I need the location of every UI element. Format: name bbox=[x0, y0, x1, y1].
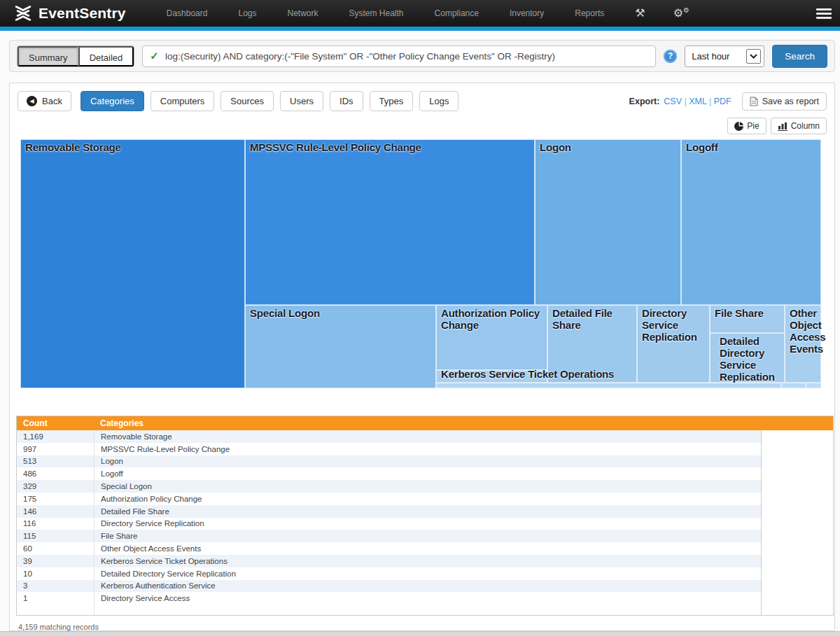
cell-category: Kerberos Service Ticket Operations bbox=[94, 555, 761, 567]
table-row[interactable]: 39Kerberos Service Ticket Operations bbox=[17, 555, 833, 567]
table-row[interactable]: 1Directory Service Access bbox=[17, 592, 833, 605]
tab-ids[interactable]: IDs bbox=[330, 91, 363, 111]
treemap-cell-detailed-directory-service-replication[interactable]: Detailed Directory Service Replication bbox=[710, 333, 785, 383]
cell-category: Logoff bbox=[94, 467, 761, 480]
cell-category: Logon bbox=[94, 455, 761, 468]
treemap-cell-logoff[interactable]: Logoff bbox=[681, 139, 821, 305]
gears-icon[interactable]: ⚙⚙ bbox=[673, 6, 690, 20]
chevron-down-icon bbox=[746, 49, 761, 64]
cell-spacer bbox=[761, 455, 833, 468]
cell-category: Kerberos Authentication Service bbox=[94, 580, 761, 593]
export-xml-link[interactable]: XML bbox=[689, 97, 706, 106]
cell-spacer bbox=[761, 480, 833, 493]
table-row[interactable]: 997MPSSVC Rule-Level Policy Change bbox=[17, 443, 833, 455]
cell-count: 513 bbox=[17, 455, 94, 468]
tools-icon[interactable]: ⚒ bbox=[635, 6, 645, 20]
cell-category: Detailed Directory Service Replication bbox=[94, 567, 761, 580]
cell-spacer bbox=[761, 505, 833, 518]
nav-item-reports[interactable]: Reports bbox=[575, 8, 604, 18]
category-treemap: Removable StorageMPSSVC Rule-Level Polic… bbox=[20, 139, 821, 388]
treemap-cell-file-share[interactable]: File Share bbox=[710, 305, 785, 333]
nav-item-dashboard[interactable]: Dashboard bbox=[167, 8, 208, 18]
treemap-cell-mpssvc-rule-level-policy-change[interactable]: MPSSVC Rule-Level Policy Change bbox=[245, 139, 535, 305]
cell-spacer bbox=[761, 430, 833, 443]
cell-spacer bbox=[761, 592, 833, 605]
top-nav: EventSentry DashboardLogsNetworkSystem H… bbox=[0, 0, 840, 27]
mode-toggle: SummaryDetailed bbox=[17, 45, 134, 67]
nav-item-logs[interactable]: Logs bbox=[238, 8, 256, 18]
table-row[interactable]: 146Detailed File Share bbox=[17, 505, 833, 518]
menu-icon[interactable] bbox=[816, 8, 832, 19]
treemap-label: Detailed Directory Service Replication bbox=[710, 334, 784, 386]
cell-category: Detailed File Share bbox=[94, 505, 761, 518]
nav-item-system-health[interactable]: System Health bbox=[349, 8, 404, 18]
tab-users[interactable]: Users bbox=[280, 91, 323, 111]
table-row[interactable]: 116Directory Service Replication bbox=[17, 518, 833, 530]
treemap-cell-directory-service-replication[interactable]: Directory Service Replication bbox=[637, 305, 710, 383]
table-row[interactable]: 10Detailed Directory Service Replication bbox=[17, 567, 833, 580]
pie-view-button[interactable]: Pie bbox=[727, 118, 766, 134]
search-input[interactable]: ✓ log:(Security) AND category:(-"File Sy… bbox=[142, 45, 656, 67]
nav-item-network[interactable]: Network bbox=[288, 8, 318, 18]
treemap-label: Logoff bbox=[682, 140, 820, 156]
export-pdf-link[interactable]: PDF bbox=[714, 97, 732, 106]
cell-spacer bbox=[761, 580, 833, 593]
table-row[interactable]: 115File Share bbox=[17, 530, 833, 542]
export-separator: | bbox=[707, 97, 714, 106]
table-header-row: Count Categories bbox=[17, 416, 833, 430]
cell-category: File Share bbox=[94, 530, 761, 542]
treemap-label: Kerberos Service Ticket Operations bbox=[437, 369, 547, 383]
treemap-cell-kerberos-service-ticket-operations[interactable]: Kerberos Service Ticket Operations bbox=[436, 370, 547, 383]
treemap-cell-authorization-policy-change[interactable]: Authorization Policy Change bbox=[436, 305, 547, 370]
back-button[interactable]: ◀ Back bbox=[18, 91, 71, 111]
cell-count: 146 bbox=[17, 505, 94, 518]
cell-category: Directory Service Replication bbox=[94, 518, 761, 530]
treemap-cell-special-logon[interactable]: Special Logon bbox=[245, 305, 436, 388]
cell-count: 329 bbox=[17, 480, 94, 493]
treemap-label: Authorization Policy Change bbox=[437, 306, 547, 334]
table-row[interactable]: 329Special Logon bbox=[17, 480, 833, 493]
table-row[interactable]: 3Kerberos Authentication Service bbox=[17, 580, 833, 593]
eventsentry-logo-icon bbox=[14, 4, 32, 22]
treemap-cell-kerberos-authentication-service[interactable] bbox=[781, 383, 806, 388]
cell-category: Authorization Policy Change bbox=[94, 493, 761, 505]
cell-count: 60 bbox=[17, 542, 94, 555]
table-header-categories[interactable]: Categories bbox=[94, 416, 761, 430]
treemap-cell-other-object-access-events[interactable]: Other Object Access Events bbox=[785, 305, 821, 383]
treemap-cell-logon[interactable]: Logon bbox=[535, 139, 681, 305]
cell-count: 3 bbox=[17, 580, 94, 593]
column-label: Column bbox=[791, 121, 820, 131]
search-button[interactable]: Search bbox=[772, 45, 827, 68]
table-row[interactable]: 60Other Object Access Events bbox=[17, 542, 833, 555]
time-range-select[interactable]: Last hour bbox=[685, 45, 764, 67]
tab-categories[interactable]: Categories bbox=[80, 91, 144, 111]
table-row[interactable]: 486Logoff bbox=[17, 467, 833, 480]
nav-item-inventory[interactable]: Inventory bbox=[510, 8, 544, 18]
help-icon[interactable]: ? bbox=[664, 50, 677, 63]
tab-logs[interactable]: Logs bbox=[419, 91, 458, 111]
mode-summary-button[interactable]: Summary bbox=[18, 46, 78, 66]
tab-computers[interactable]: Computers bbox=[150, 91, 215, 111]
treemap-cell-removable-storage[interactable]: Removable Storage bbox=[20, 139, 245, 388]
matching-records-text: 4,159 matching records bbox=[18, 623, 834, 631]
table-header-count[interactable]: Count bbox=[17, 416, 94, 430]
cell-count: 116 bbox=[17, 518, 94, 530]
treemap-cell-directory-service-access[interactable] bbox=[806, 383, 821, 388]
tab-types[interactable]: Types bbox=[370, 91, 414, 111]
cell-count: 175 bbox=[17, 493, 94, 505]
save-as-report-button[interactable]: Save as report bbox=[742, 92, 827, 111]
nav-icon-group: ⚒ ⚙⚙ bbox=[635, 6, 690, 20]
column-view-button[interactable]: Column bbox=[771, 118, 827, 134]
export-csv-link[interactable]: CSV bbox=[664, 97, 682, 106]
tab-sources[interactable]: Sources bbox=[220, 91, 274, 111]
brand[interactable]: EventSentry bbox=[14, 4, 126, 22]
table-row[interactable]: 1,169Removable Storage bbox=[17, 430, 833, 443]
table-row[interactable]: 513Logon bbox=[17, 455, 833, 468]
table-row[interactable]: 175Authorization Policy Change bbox=[17, 493, 833, 505]
accent-bar bbox=[0, 27, 840, 31]
mode-detailed-button[interactable]: Detailed bbox=[78, 46, 134, 66]
nav-item-compliance[interactable]: Compliance bbox=[435, 8, 479, 18]
treemap-label: Logon bbox=[536, 140, 680, 156]
export-separator: | bbox=[682, 97, 689, 106]
treemap-label: Detailed File Share bbox=[548, 306, 636, 334]
